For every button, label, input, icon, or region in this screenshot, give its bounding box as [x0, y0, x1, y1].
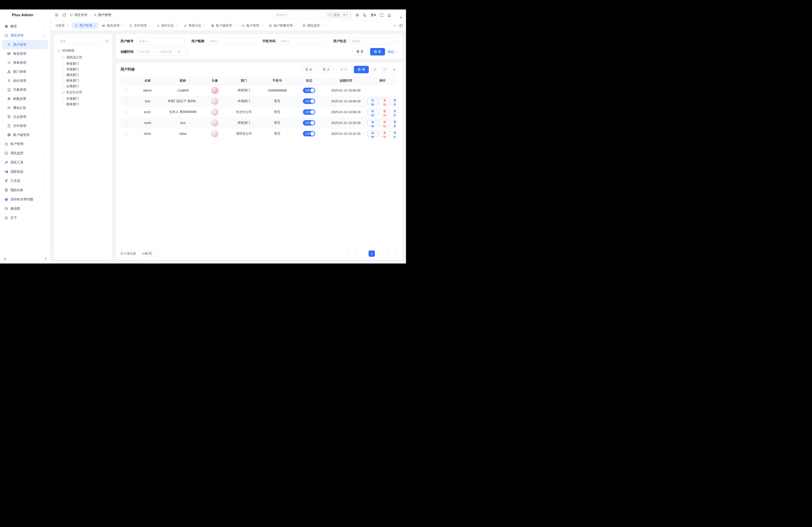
tree-node-dept[interactable]: 测试部门 — [63, 72, 109, 78]
breadcrumb-current[interactable]: 用户管理 — [94, 13, 111, 17]
status-select[interactable] — [349, 37, 398, 45]
settings-gear-icon[interactable] — [355, 13, 359, 17]
refresh-page-icon[interactable] — [62, 13, 66, 17]
phone-input[interactable] — [278, 37, 327, 45]
date-start-input[interactable] — [138, 50, 155, 54]
next-page-button[interactable] — [377, 251, 382, 256]
tree-node-dept[interactable]: 市场部门 — [63, 66, 109, 72]
tree-node-dept[interactable]: 研发部门 — [63, 61, 109, 66]
page-size-select[interactable]: 10条/页 — [139, 250, 160, 257]
close-icon[interactable] — [233, 24, 236, 27]
close-icon[interactable] — [203, 24, 205, 27]
tree-node-root[interactable]: XXX科技 — [57, 47, 109, 54]
row-checkbox[interactable] — [124, 110, 128, 114]
account-input[interactable] — [136, 37, 185, 45]
tree-node-dept[interactable]: 运维部门 — [63, 84, 109, 89]
sidebar-item-dict-management[interactable]: 字典管理 — [2, 85, 48, 94]
row-checkbox[interactable] — [124, 89, 128, 92]
tab-client-management[interactable]: 客户端管理 — [209, 22, 238, 29]
tab-operation-log[interactable]: 操作日志 — [154, 22, 180, 29]
close-icon[interactable] — [93, 24, 96, 27]
prev-page-button[interactable] — [361, 251, 366, 256]
close-icon[interactable] — [121, 24, 124, 27]
select-all-checkbox[interactable] — [124, 79, 128, 82]
edit-button[interactable]: 编 辑 — [367, 131, 378, 137]
tree-node-dept[interactable]: 财务部门 — [63, 78, 109, 84]
sidebar-item-client-management[interactable]: 客户端管理 — [2, 130, 48, 139]
dark-mode-moon-icon[interactable] — [363, 13, 367, 17]
hamburger-icon[interactable] — [55, 13, 59, 17]
sidebar-item-system-tools[interactable]: 系统工具 — [2, 158, 48, 167]
pin-sidebar-icon[interactable] — [44, 257, 47, 260]
pin-icon[interactable] — [66, 24, 69, 27]
close-icon[interactable] — [294, 24, 296, 27]
close-icon[interactable] — [321, 24, 324, 27]
table-fullscreen-button[interactable] — [381, 66, 388, 73]
tenant-select-input[interactable] — [273, 12, 322, 19]
tree-search-input[interactable] — [57, 37, 102, 45]
last-page-button[interactable] — [392, 251, 398, 256]
edit-button[interactable]: 编 辑 — [367, 109, 378, 115]
status-toggle[interactable]: 启用 — [303, 88, 315, 93]
tab-tenant-package[interactable]: 租户套餐管理 — [266, 22, 299, 29]
delete-row-button[interactable]: 删 除 — [380, 109, 390, 115]
sidebar-item-flow-start[interactable]: 流程发起 — [2, 167, 48, 176]
jump-back-button[interactable] — [353, 251, 359, 256]
close-icon[interactable] — [261, 24, 263, 27]
import-button[interactable]: 导 入 — [319, 66, 334, 73]
more-button[interactable]: 更多 — [392, 109, 398, 115]
date-end-input[interactable] — [160, 50, 176, 54]
search-button[interactable]: 搜 索 — [370, 48, 385, 56]
status-select-input[interactable] — [349, 37, 398, 45]
sidebar-item-param-settings[interactable]: 参数设置 — [2, 94, 48, 103]
tree-node-company1[interactable]: 深圳总公司 — [61, 54, 109, 61]
close-icon[interactable] — [148, 24, 151, 27]
first-page-button[interactable] — [346, 251, 351, 256]
delete-button[interactable]: 删 除 — [336, 66, 351, 73]
language-translate-icon[interactable]: 文A — [371, 13, 376, 17]
tree-collapse-toggle[interactable] — [61, 56, 64, 59]
more-button[interactable]: 更多 — [392, 98, 398, 104]
sidebar-item-notice[interactable]: 通知公告 — [2, 103, 48, 112]
page-number-button[interactable]: 1 — [368, 251, 375, 257]
status-toggle[interactable]: 启用 — [303, 99, 315, 104]
add-button[interactable]: 新 增 — [354, 66, 369, 73]
export-button[interactable]: 导 出 — [301, 66, 316, 73]
jump-forward-button[interactable] — [385, 251, 390, 256]
tabs-dropdown-chevron-icon[interactable] — [393, 24, 396, 28]
layout-panels-icon[interactable] — [399, 24, 403, 28]
status-toggle[interactable]: 启用 — [303, 120, 315, 125]
tree-node-company2[interactable]: 长沙分公司 — [61, 89, 109, 96]
date-range-picker[interactable] — [136, 48, 188, 56]
table-refresh-button[interactable] — [372, 66, 378, 73]
reset-button[interactable]: 重 置 — [352, 48, 367, 56]
tree-node-dept[interactable]: 财务部门 — [63, 102, 109, 107]
breadcrumb-system[interactable]: 系统管理 — [70, 13, 87, 17]
edit-button[interactable]: 编 辑 — [367, 98, 378, 104]
sidebar-item-demo-features[interactable]: 演示站专用功能 — [2, 195, 48, 204]
sidebar-item-file-management[interactable]: 文件管理 — [2, 121, 48, 130]
tab-tenant-management[interactable]: 租户管理 — [239, 22, 265, 29]
tab-cache-monitor[interactable]: 缓存监控 — [300, 22, 327, 29]
row-checkbox[interactable] — [124, 121, 128, 125]
close-icon[interactable] — [175, 24, 178, 27]
sidebar-item-system-monitor[interactable]: 系统监控 — [2, 149, 48, 158]
tree-refresh-button[interactable] — [104, 37, 109, 45]
global-search[interactable]: 搜索 ⌘ K — [326, 12, 351, 18]
delete-row-button[interactable]: 删 除 — [380, 131, 390, 137]
sidebar-item-overview[interactable]: 概览 — [2, 21, 48, 31]
sidebar-item-user-management[interactable]: 用户管理 — [2, 40, 48, 49]
sidebar-item-my-tasks[interactable]: 我的任务 — [2, 185, 48, 195]
sidebar-item-tenant-management[interactable]: 租户管理 — [2, 139, 48, 149]
sidebar-item-system[interactable]: 系统管理 — [2, 31, 48, 40]
sidebar-item-menu-management[interactable]: 菜单管理 — [2, 58, 48, 67]
tab-analysis[interactable]: 分析页 — [53, 22, 71, 29]
sidebar-item-dept-management[interactable]: 部门管理 — [2, 67, 48, 76]
tab-role-management[interactable]: 角色管理 — [100, 22, 126, 29]
sidebar-item-workflow[interactable]: 工作流 — [2, 176, 48, 185]
tab-user-management[interactable]: 用户管理 — [72, 22, 99, 29]
tab-file-management[interactable]: 文件管理 — [127, 22, 153, 29]
status-toggle[interactable]: 启用 — [303, 109, 315, 115]
row-checkbox[interactable] — [124, 132, 128, 135]
sidebar-item-log-management[interactable]: 日志管理 — [2, 112, 48, 121]
